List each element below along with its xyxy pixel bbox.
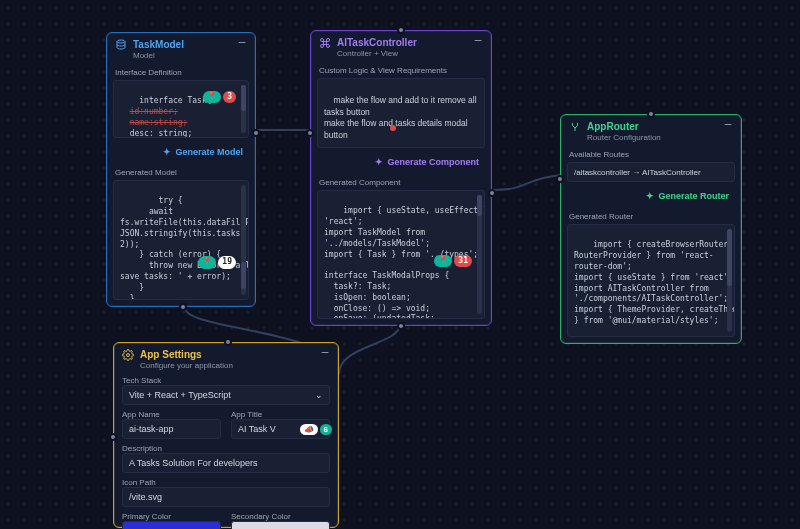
svg-point-0	[117, 40, 125, 43]
top-port[interactable]	[224, 338, 232, 346]
iconpath-input[interactable]	[122, 487, 330, 507]
taskmodel-header: TaskModel Model –	[107, 33, 255, 66]
output-port[interactable]	[488, 189, 496, 197]
interface-label: Interface Definition	[107, 66, 255, 80]
input-port[interactable]	[556, 175, 564, 183]
generated-router-code[interactable]: import { createBrowserRouter, RouterProv…	[567, 224, 735, 337]
interface-badges: 📍 3	[203, 91, 236, 104]
chevron-down-icon: ⌄	[315, 390, 323, 400]
generate-component-label: Generate Component	[387, 157, 479, 167]
top-port[interactable]	[647, 110, 655, 118]
taskmodel-subtitle: Model	[133, 51, 231, 60]
aitask-header: AITaskController Controller + View –	[311, 31, 491, 64]
sparkle-icon: ✦	[163, 147, 171, 157]
primary-color-label: Primary Color	[122, 512, 221, 521]
iconpath-label: Icon Path	[122, 478, 330, 487]
interface-strike-2: name:string;	[130, 118, 188, 127]
interface-strike-1: id:number;	[130, 107, 178, 116]
description-label: Description	[122, 444, 330, 453]
approuter-title: AppRouter	[587, 121, 717, 133]
top-port[interactable]	[397, 26, 405, 34]
appname-input[interactable]	[122, 419, 221, 439]
scrollbar[interactable]	[241, 185, 246, 295]
apptitle-label: App Title	[231, 410, 330, 419]
generate-router-label: Generate Router	[658, 191, 729, 201]
horn-icon: 📣	[300, 424, 318, 435]
bottom-port[interactable]	[397, 322, 405, 330]
generated-model-text: try { await fs.writeFile(this.dataFilePa…	[120, 196, 249, 300]
gear-icon	[122, 349, 134, 361]
generated-router-label: Generated Router	[561, 210, 741, 224]
description-input[interactable]	[122, 453, 330, 473]
scrollbar[interactable]	[241, 85, 246, 133]
requirements-text[interactable]: make the flow and add to it remove all t…	[317, 78, 485, 148]
interface-code-post: desc: string; done:boolean;	[120, 129, 192, 138]
apptitle-badges: 📣 6	[300, 424, 332, 435]
generated-component-label: Generated Component	[311, 176, 491, 190]
component-badges: 📍 31	[434, 255, 472, 268]
generate-component-button[interactable]: ✦Generate Component	[369, 154, 485, 170]
appsettings-title: App Settings	[140, 349, 314, 361]
routes-label: Available Routes	[561, 148, 741, 162]
appsettings-node[interactable]: App Settings Configure your application …	[113, 342, 339, 528]
input-port[interactable]	[306, 129, 314, 137]
approuter-subtitle: Router Configuration	[587, 133, 717, 142]
taskmodel-node[interactable]: TaskModel Model – Interface Definition i…	[106, 32, 256, 307]
appsettings-subtitle: Configure your application	[140, 361, 314, 370]
generated-router-text: import { createBrowserRouter, RouterProv…	[574, 240, 735, 337]
minimize-button[interactable]: –	[723, 121, 733, 131]
generated-component-code[interactable]: import { useState, useEffect } from 'rea…	[317, 190, 485, 319]
primary-color-swatch[interactable]	[122, 521, 221, 529]
interface-code-block[interactable]: interface Task{ id:number; name:string; …	[113, 80, 249, 138]
database-icon	[115, 39, 127, 51]
svg-point-1	[127, 354, 130, 357]
scrollbar[interactable]	[727, 229, 732, 332]
scrollbar[interactable]	[477, 195, 482, 314]
badge-count: 19	[218, 256, 236, 269]
requirements-label: Custom Logic & View Requirements	[311, 64, 491, 78]
appname-label: App Name	[122, 410, 221, 419]
left-port[interactable]	[109, 433, 117, 441]
minimize-button[interactable]: –	[237, 39, 247, 49]
secondary-color-label: Secondary Color	[231, 512, 330, 521]
split-icon	[569, 121, 581, 133]
output-port[interactable]	[252, 129, 260, 137]
settings-form: Tech Stack Vite + React + TypeScript ⌄ A…	[114, 376, 338, 529]
aitask-title: AITaskController	[337, 37, 467, 49]
generate-model-button[interactable]: ✦Generate Model	[157, 144, 249, 160]
minimize-button[interactable]: –	[320, 349, 330, 359]
generate-model-label: Generate Model	[175, 147, 243, 157]
secondary-color-swatch[interactable]	[231, 521, 330, 529]
sparkle-icon: ✦	[375, 157, 383, 167]
bottom-port[interactable]	[179, 303, 187, 311]
command-icon	[319, 37, 331, 49]
aitask-node[interactable]: AITaskController Controller + View – Cus…	[310, 30, 492, 326]
taskmodel-title: TaskModel	[133, 39, 231, 51]
generated-badges: 📍 19	[198, 256, 236, 269]
generated-model-code[interactable]: try { await fs.writeFile(this.dataFilePa…	[113, 180, 249, 300]
routes-text: /aitaskcontroller → AITaskController	[574, 168, 701, 177]
sparkle-icon: ✦	[646, 191, 654, 201]
techstack-select[interactable]: Vite + React + TypeScript ⌄	[122, 385, 330, 405]
approuter-header: AppRouter Router Configuration –	[561, 115, 741, 148]
cursor-indicator-icon	[390, 125, 396, 131]
appsettings-header: App Settings Configure your application …	[114, 343, 338, 376]
badge-count: 6	[320, 424, 332, 435]
techstack-label: Tech Stack	[122, 376, 330, 385]
badge-count: 3	[223, 91, 236, 104]
badge-count: 31	[454, 255, 472, 268]
aitask-subtitle: Controller + View	[337, 49, 467, 58]
generate-router-button[interactable]: ✦Generate Router	[640, 188, 735, 204]
routes-block: /aitaskcontroller → AITaskController	[567, 162, 735, 182]
requirements-content: make the flow and add to it remove all t…	[324, 95, 479, 139]
minimize-button[interactable]: –	[473, 37, 483, 47]
generated-model-label: Generated Model	[107, 166, 255, 180]
pin-icon: 📍	[203, 91, 221, 104]
approuter-node[interactable]: AppRouter Router Configuration – Availab…	[560, 114, 742, 344]
pin-icon: 📍	[198, 256, 216, 269]
techstack-value: Vite + React + TypeScript	[129, 390, 231, 400]
pin-icon: 📍	[434, 255, 452, 268]
